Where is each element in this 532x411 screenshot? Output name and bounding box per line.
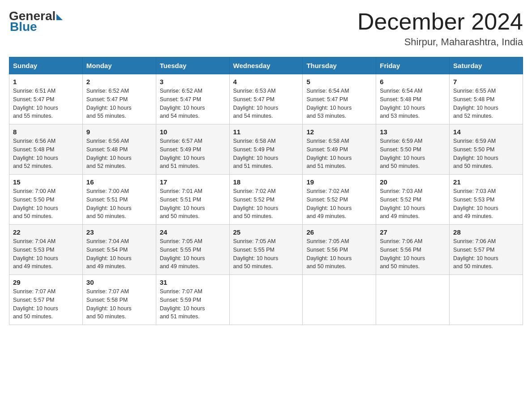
day-info: Sunrise: 6:57 AM Sunset: 5:49 PM Dayligh… bbox=[160, 137, 226, 171]
day-number: 26 bbox=[306, 228, 372, 236]
logo: General Blue bbox=[9, 9, 63, 34]
calendar-cell: 26 Sunrise: 7:05 AM Sunset: 5:56 PM Dayl… bbox=[303, 225, 376, 275]
calendar-cell: 5 Sunrise: 6:54 AM Sunset: 5:47 PM Dayli… bbox=[303, 74, 376, 124]
calendar-cell: 7 Sunrise: 6:55 AM Sunset: 5:48 PM Dayli… bbox=[450, 74, 523, 124]
day-info: Sunrise: 7:04 AM Sunset: 5:54 PM Dayligh… bbox=[86, 237, 152, 271]
month-title: December 2024 bbox=[357, 9, 523, 34]
day-number: 15 bbox=[13, 178, 79, 186]
day-info: Sunrise: 6:52 AM Sunset: 5:47 PM Dayligh… bbox=[160, 87, 226, 120]
day-info: Sunrise: 6:54 AM Sunset: 5:48 PM Dayligh… bbox=[380, 87, 446, 120]
day-number: 19 bbox=[306, 178, 372, 186]
col-saturday: Saturday bbox=[450, 57, 523, 74]
day-number: 23 bbox=[86, 228, 152, 236]
calendar-cell bbox=[229, 275, 303, 325]
calendar-cell: 25 Sunrise: 7:05 AM Sunset: 5:55 PM Dayl… bbox=[229, 225, 303, 275]
calendar-cell: 13 Sunrise: 6:59 AM Sunset: 5:50 PM Dayl… bbox=[376, 124, 450, 175]
col-wednesday: Wednesday bbox=[229, 57, 303, 74]
day-number: 16 bbox=[86, 178, 152, 186]
calendar-cell: 29 Sunrise: 7:07 AM Sunset: 5:57 PM Dayl… bbox=[9, 275, 83, 325]
calendar-cell: 22 Sunrise: 7:04 AM Sunset: 5:53 PM Dayl… bbox=[9, 225, 83, 275]
col-thursday: Thursday bbox=[303, 57, 376, 74]
day-number: 30 bbox=[86, 278, 152, 286]
day-info: Sunrise: 6:59 AM Sunset: 5:50 PM Dayligh… bbox=[380, 137, 446, 171]
calendar-cell: 11 Sunrise: 6:58 AM Sunset: 5:49 PM Dayl… bbox=[229, 124, 303, 175]
day-info: Sunrise: 6:59 AM Sunset: 5:50 PM Dayligh… bbox=[453, 137, 519, 171]
day-info: Sunrise: 6:52 AM Sunset: 5:47 PM Dayligh… bbox=[86, 87, 152, 120]
calendar-cell: 12 Sunrise: 6:58 AM Sunset: 5:49 PM Dayl… bbox=[303, 124, 376, 175]
calendar-cell: 24 Sunrise: 7:05 AM Sunset: 5:55 PM Dayl… bbox=[156, 225, 229, 275]
day-number: 28 bbox=[453, 228, 519, 236]
col-friday: Friday bbox=[376, 57, 450, 74]
day-number: 22 bbox=[13, 228, 79, 236]
col-sunday: Sunday bbox=[9, 57, 83, 74]
calendar-cell: 23 Sunrise: 7:04 AM Sunset: 5:54 PM Dayl… bbox=[82, 225, 156, 275]
day-number: 17 bbox=[160, 178, 226, 186]
calendar-cell: 30 Sunrise: 7:07 AM Sunset: 5:58 PM Dayl… bbox=[82, 275, 156, 325]
day-info: Sunrise: 7:00 AM Sunset: 5:50 PM Dayligh… bbox=[13, 187, 79, 221]
page-header: General Blue December 2024 Shirpur, Maha… bbox=[9, 9, 523, 48]
calendar-cell bbox=[450, 275, 523, 325]
day-info: Sunrise: 7:05 AM Sunset: 5:55 PM Dayligh… bbox=[233, 237, 299, 271]
title-area: December 2024 Shirpur, Maharashtra, Indi… bbox=[357, 9, 523, 48]
calendar-cell: 18 Sunrise: 7:02 AM Sunset: 5:52 PM Dayl… bbox=[229, 175, 303, 225]
calendar-body: 1 Sunrise: 6:51 AM Sunset: 5:47 PM Dayli… bbox=[9, 74, 523, 325]
day-info: Sunrise: 6:56 AM Sunset: 5:48 PM Dayligh… bbox=[86, 137, 152, 171]
day-number: 4 bbox=[233, 78, 299, 86]
calendar-cell: 2 Sunrise: 6:52 AM Sunset: 5:47 PM Dayli… bbox=[82, 74, 156, 124]
day-info: Sunrise: 6:54 AM Sunset: 5:47 PM Dayligh… bbox=[306, 87, 372, 120]
col-tuesday: Tuesday bbox=[156, 57, 229, 74]
day-number: 21 bbox=[453, 178, 519, 186]
day-info: Sunrise: 6:56 AM Sunset: 5:48 PM Dayligh… bbox=[13, 137, 79, 171]
calendar-cell: 15 Sunrise: 7:00 AM Sunset: 5:50 PM Dayl… bbox=[9, 175, 83, 225]
day-number: 5 bbox=[306, 78, 372, 86]
location-subtitle: Shirpur, Maharashtra, India bbox=[357, 36, 523, 48]
calendar-cell: 10 Sunrise: 6:57 AM Sunset: 5:49 PM Dayl… bbox=[156, 124, 229, 175]
calendar-cell: 20 Sunrise: 7:03 AM Sunset: 5:52 PM Dayl… bbox=[376, 175, 450, 225]
calendar-cell: 8 Sunrise: 6:56 AM Sunset: 5:48 PM Dayli… bbox=[9, 124, 83, 175]
calendar-cell: 14 Sunrise: 6:59 AM Sunset: 5:50 PM Dayl… bbox=[450, 124, 523, 175]
day-number: 27 bbox=[380, 228, 446, 236]
col-monday: Monday bbox=[82, 57, 156, 74]
day-number: 9 bbox=[86, 128, 152, 136]
day-number: 18 bbox=[233, 178, 299, 186]
day-number: 31 bbox=[160, 278, 226, 286]
day-info: Sunrise: 6:55 AM Sunset: 5:48 PM Dayligh… bbox=[453, 87, 519, 120]
day-number: 8 bbox=[13, 128, 79, 136]
day-number: 20 bbox=[380, 178, 446, 186]
calendar-cell: 9 Sunrise: 6:56 AM Sunset: 5:48 PM Dayli… bbox=[82, 124, 156, 175]
day-info: Sunrise: 7:03 AM Sunset: 5:52 PM Dayligh… bbox=[380, 187, 446, 221]
calendar-cell: 17 Sunrise: 7:01 AM Sunset: 5:51 PM Dayl… bbox=[156, 175, 229, 225]
logo-blue-text: Blue bbox=[9, 20, 63, 34]
week-row-5: 29 Sunrise: 7:07 AM Sunset: 5:57 PM Dayl… bbox=[9, 275, 523, 325]
calendar-cell: 27 Sunrise: 7:06 AM Sunset: 5:56 PM Dayl… bbox=[376, 225, 450, 275]
calendar-cell: 4 Sunrise: 6:53 AM Sunset: 5:47 PM Dayli… bbox=[229, 74, 303, 124]
calendar-table: Sunday Monday Tuesday Wednesday Thursday… bbox=[9, 57, 523, 325]
calendar-cell: 21 Sunrise: 7:03 AM Sunset: 5:53 PM Dayl… bbox=[450, 175, 523, 225]
day-info: Sunrise: 7:06 AM Sunset: 5:57 PM Dayligh… bbox=[453, 237, 519, 271]
day-info: Sunrise: 7:03 AM Sunset: 5:53 PM Dayligh… bbox=[453, 187, 519, 221]
day-number: 11 bbox=[233, 128, 299, 136]
calendar-cell bbox=[303, 275, 376, 325]
calendar-cell: 31 Sunrise: 7:07 AM Sunset: 5:59 PM Dayl… bbox=[156, 275, 229, 325]
calendar-header: Sunday Monday Tuesday Wednesday Thursday… bbox=[9, 57, 523, 74]
calendar-cell bbox=[376, 275, 450, 325]
day-info: Sunrise: 6:53 AM Sunset: 5:47 PM Dayligh… bbox=[233, 87, 299, 120]
day-number: 10 bbox=[160, 128, 226, 136]
day-info: Sunrise: 7:02 AM Sunset: 5:52 PM Dayligh… bbox=[306, 187, 372, 221]
day-number: 14 bbox=[453, 128, 519, 136]
day-info: Sunrise: 7:00 AM Sunset: 5:51 PM Dayligh… bbox=[86, 187, 152, 221]
day-number: 12 bbox=[306, 128, 372, 136]
day-info: Sunrise: 7:07 AM Sunset: 5:59 PM Dayligh… bbox=[160, 287, 226, 321]
day-number: 6 bbox=[380, 78, 446, 86]
day-info: Sunrise: 7:01 AM Sunset: 5:51 PM Dayligh… bbox=[160, 187, 226, 221]
day-info: Sunrise: 7:07 AM Sunset: 5:58 PM Dayligh… bbox=[86, 287, 152, 321]
logo-arrow-icon bbox=[56, 14, 63, 20]
week-row-2: 8 Sunrise: 6:56 AM Sunset: 5:48 PM Dayli… bbox=[9, 124, 523, 175]
day-info: Sunrise: 7:05 AM Sunset: 5:56 PM Dayligh… bbox=[306, 237, 372, 271]
calendar-cell: 19 Sunrise: 7:02 AM Sunset: 5:52 PM Dayl… bbox=[303, 175, 376, 225]
calendar-cell: 16 Sunrise: 7:00 AM Sunset: 5:51 PM Dayl… bbox=[82, 175, 156, 225]
day-info: Sunrise: 6:58 AM Sunset: 5:49 PM Dayligh… bbox=[306, 137, 372, 171]
week-row-1: 1 Sunrise: 6:51 AM Sunset: 5:47 PM Dayli… bbox=[9, 74, 523, 124]
day-number: 29 bbox=[13, 278, 79, 286]
day-number: 3 bbox=[160, 78, 226, 86]
